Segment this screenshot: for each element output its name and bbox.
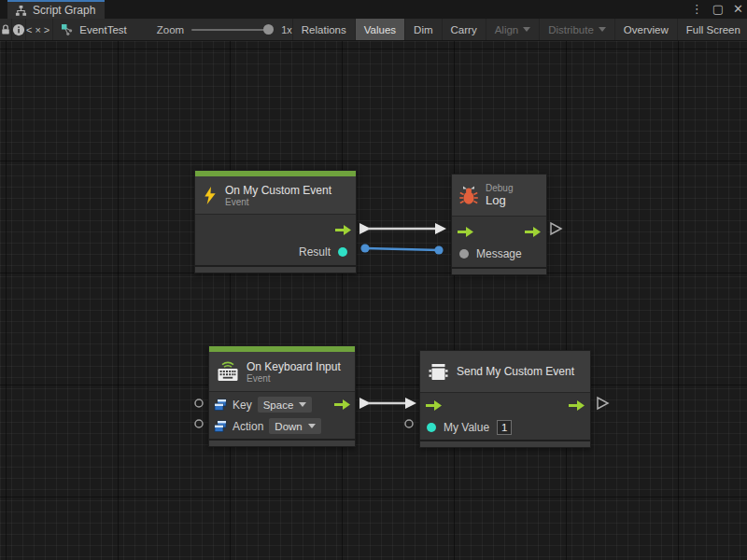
port-label-message: Message xyxy=(476,247,522,260)
zoom-slider[interactable] xyxy=(191,24,274,35)
lock-button[interactable] xyxy=(0,19,12,40)
flow-wire-keyboard-to-send[interactable] xyxy=(359,398,416,409)
port-label-result: Result xyxy=(299,245,331,259)
fullscreen-button[interactable]: Full Screen xyxy=(677,19,747,40)
graph-toolbar: <×> EventTest Zoom 1x Relations Values D… xyxy=(0,19,747,41)
node-on-my-custom-event[interactable]: On My Custom Event Event Result xyxy=(194,170,357,273)
relations-button[interactable]: Relations xyxy=(292,19,355,40)
zoom-label: Zoom xyxy=(157,24,184,35)
enum-type-icon xyxy=(214,399,227,412)
tab-label: Script Graph xyxy=(33,4,95,17)
flow-output-port[interactable] xyxy=(335,225,351,235)
chevron-down-icon xyxy=(299,402,306,407)
lock-icon xyxy=(0,23,11,35)
custom-event-icon xyxy=(428,362,449,382)
chevron-down-icon xyxy=(308,424,316,428)
code-icon: <×> xyxy=(26,24,52,35)
flow-output-port[interactable] xyxy=(525,227,541,237)
value-input-port[interactable] xyxy=(427,423,436,432)
maximize-icon[interactable]: ▢ xyxy=(712,0,724,19)
overview-button[interactable]: Overview xyxy=(614,19,677,40)
node-title: On My Custom Event xyxy=(225,184,331,197)
window-titlebar: Script Graph ⋮ ▢ ✕ xyxy=(0,0,747,19)
chevron-down-icon xyxy=(523,27,530,32)
value-wire-result-to-message[interactable] xyxy=(360,244,443,254)
align-dropdown-button[interactable]: Align xyxy=(486,19,540,40)
enum-type-icon xyxy=(214,420,227,433)
info-button[interactable] xyxy=(12,19,26,40)
node-footer xyxy=(209,439,355,446)
flow-input-port[interactable] xyxy=(458,227,473,237)
outer-port-key[interactable] xyxy=(195,399,203,407)
action-dropdown[interactable]: Down xyxy=(269,418,320,434)
tab-script-graph[interactable]: Script Graph xyxy=(7,0,105,19)
node-on-keyboard-input[interactable]: On Keyboard Input Event Key Space xyxy=(208,345,356,447)
code-preview-button[interactable]: <×> xyxy=(26,19,53,40)
port-label-key: Key xyxy=(233,399,252,412)
node-title: Send My Custom Event xyxy=(457,365,574,378)
node-title: Log xyxy=(486,193,513,207)
keyboard-icon xyxy=(217,361,239,382)
node-footer xyxy=(420,440,590,447)
node-debug-log[interactable]: Debug Log Message xyxy=(451,174,547,275)
key-dropdown[interactable]: Space xyxy=(258,397,313,413)
wire-layer xyxy=(0,41,747,560)
chevron-down-icon xyxy=(599,27,606,32)
zoom-slider-track xyxy=(191,29,274,31)
graph-canvas[interactable]: On My Custom Event Event Result xyxy=(0,41,747,560)
bug-icon xyxy=(459,186,478,205)
node-footer xyxy=(452,267,546,274)
node-subtitle: Event xyxy=(247,373,341,384)
flow-input-port[interactable] xyxy=(426,400,442,411)
hierarchy-icon xyxy=(15,5,27,17)
info-icon xyxy=(12,23,25,36)
value-input-field[interactable]: 1 xyxy=(497,420,512,435)
node-subtitle: Event xyxy=(225,197,331,207)
node-subtitle: Debug xyxy=(486,183,513,193)
outer-port-my-value[interactable] xyxy=(405,420,413,427)
node-title: On Keyboard Input xyxy=(247,360,341,373)
port-label-action: Action xyxy=(233,420,263,433)
outer-flow-stub-send[interactable] xyxy=(598,398,608,409)
outer-flow-stub-log[interactable] xyxy=(551,223,561,234)
distribute-dropdown-button[interactable]: Distribute xyxy=(539,19,614,40)
value-output-port[interactable] xyxy=(338,247,347,257)
graph-asset-icon xyxy=(61,23,74,36)
values-button[interactable]: Values xyxy=(355,19,404,40)
value-input-port[interactable] xyxy=(459,249,469,259)
close-icon[interactable]: ✕ xyxy=(733,0,743,19)
port-label-my-value: My Value xyxy=(444,421,489,434)
outer-port-action[interactable] xyxy=(195,420,203,427)
carry-button[interactable]: Carry xyxy=(442,19,486,40)
zoom-slider-handle[interactable] xyxy=(263,24,274,35)
flow-output-port[interactable] xyxy=(334,399,350,410)
node-send-my-custom-event[interactable]: Send My Custom Event My Value 1 xyxy=(419,350,591,448)
lightning-icon xyxy=(203,187,218,204)
node-footer xyxy=(195,265,356,273)
dim-button[interactable]: Dim xyxy=(404,19,441,40)
graph-reference[interactable]: EventTest xyxy=(53,19,136,40)
graph-name: EventTest xyxy=(79,24,127,35)
window-menu-icon[interactable]: ⋮ xyxy=(691,0,703,19)
zoom-value: 1x xyxy=(281,24,292,35)
flow-output-port[interactable] xyxy=(569,400,585,411)
flow-wire-event-to-log[interactable] xyxy=(359,223,446,234)
